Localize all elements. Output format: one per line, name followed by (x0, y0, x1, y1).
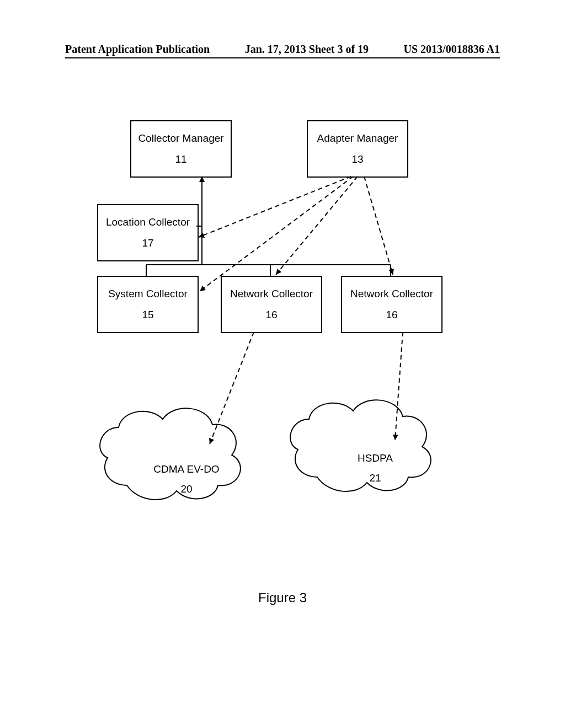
cloud-hsdpa-shape (290, 400, 431, 491)
connectors-svg (0, 0, 565, 728)
dash-netB-to-hsdpa (395, 332, 403, 440)
cloud-cdma-shape (100, 408, 241, 500)
diagram: Collector Manager 11 Adapter Manager 13 … (0, 0, 565, 728)
dash-adapter-to-location (199, 176, 351, 237)
dash-adapter-to-netB (364, 176, 393, 275)
figure-caption: Figure 3 (0, 590, 565, 606)
dash-netA-to-cdma (210, 332, 254, 444)
page: Patent Application Publication Jan. 17, … (0, 0, 565, 728)
